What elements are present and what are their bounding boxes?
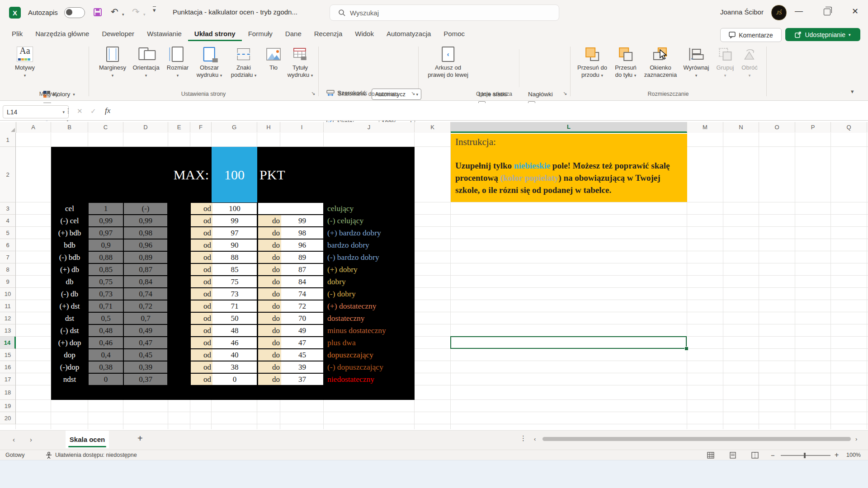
save-icon[interactable]	[93, 7, 103, 17]
hscroll-right-icon[interactable]: ›	[855, 436, 857, 442]
column-header-B[interactable]: B	[51, 122, 88, 132]
empty-input-cell[interactable]	[258, 203, 323, 214]
grade-frac-low[interactable]: 0,9	[89, 239, 123, 251]
max-points-cell[interactable]: 100	[212, 147, 257, 202]
grade-short-label[interactable]: (-) dst	[51, 325, 88, 336]
od-cell[interactable]: od	[191, 325, 214, 336]
column-header-G[interactable]: G	[212, 122, 257, 132]
redo-chevron-icon[interactable]: ▾	[143, 9, 146, 18]
points-from[interactable]: 97	[212, 227, 257, 239]
grade-frac-low[interactable]: 0,75	[89, 276, 123, 287]
grade-frac-high[interactable]: 0,84	[124, 276, 167, 287]
status-accessibility[interactable]: Ułatwienia dostępu: niedostępne	[55, 452, 137, 458]
enter-icon[interactable]: ✓	[90, 107, 96, 115]
page-setup-dialog-launcher[interactable]: ↘	[311, 90, 315, 96]
undo-chevron-icon[interactable]: ▾	[122, 9, 124, 18]
row-header-13[interactable]: 13	[0, 324, 16, 337]
row-header-7[interactable]: 7	[0, 251, 16, 263]
formula-input[interactable]	[118, 105, 864, 117]
points-to[interactable]: 72	[281, 300, 323, 312]
od-cell[interactable]: od	[191, 361, 214, 373]
sheet-grid[interactable]: 100MAX:PKTcel1(-)od100celujący(-) cel0,9…	[0, 133, 868, 430]
autosave-toggle[interactable]	[64, 7, 85, 18]
do-cell[interactable]: do	[258, 239, 283, 251]
grade-frac-high[interactable]: 0,74	[124, 288, 167, 300]
points-from[interactable]: 75	[212, 276, 257, 287]
grade-short-label[interactable]: dop	[51, 349, 88, 361]
od-cell[interactable]: od	[191, 227, 214, 239]
points-from[interactable]: 50	[212, 313, 257, 324]
orientation-button[interactable]: Orientacja▾	[132, 45, 159, 79]
background-button[interactable]: Tło▾	[266, 45, 281, 79]
points-to[interactable]: 99	[281, 215, 323, 226]
grade-short-label[interactable]: bdb	[51, 239, 88, 251]
grade-frac-low[interactable]: 0,85	[89, 264, 123, 275]
points-to[interactable]: 47	[281, 337, 323, 348]
od-cell[interactable]: od	[191, 215, 214, 226]
tab-plik[interactable]: Plik	[5, 26, 29, 41]
tab-widok[interactable]: Widok	[349, 26, 380, 41]
od-cell[interactable]: od	[191, 288, 214, 300]
zoom-in-icon[interactable]: +	[835, 451, 839, 459]
points-to[interactable]: 37	[281, 374, 323, 385]
points-to[interactable]: 39	[281, 361, 323, 373]
name-box-chevron-icon[interactable]: ▾	[62, 110, 65, 114]
column-header-N[interactable]: N	[723, 122, 759, 132]
grade-frac-high[interactable]: 0,96	[124, 239, 167, 251]
page-break-view-icon[interactable]	[751, 452, 759, 459]
print-titles-button[interactable]: Tytuływydruku ▾	[288, 45, 313, 79]
od-cell[interactable]: od	[191, 337, 214, 348]
align-button[interactable]: ← Wyrównaj▾	[684, 45, 709, 79]
grade-short-label[interactable]: (-) bdb	[51, 252, 88, 263]
grade-frac-high[interactable]: 0,89	[124, 252, 167, 263]
points-to[interactable]: 89	[281, 252, 323, 263]
do-cell[interactable]: do	[258, 337, 283, 348]
grade-short-label[interactable]: cel	[51, 203, 88, 214]
formula-bar-menu-icon[interactable]: ⋮	[65, 107, 72, 114]
tab-wstawianie[interactable]: Wstawianie	[141, 26, 188, 41]
points-from[interactable]: 100	[212, 203, 257, 214]
points-to[interactable]: 74	[281, 288, 323, 300]
row-header-3[interactable]: 3	[0, 202, 16, 215]
points-from[interactable]: 0	[212, 374, 257, 385]
points-from[interactable]: 73	[212, 288, 257, 300]
grade-frac-low[interactable]: 0,5	[89, 313, 123, 324]
do-cell[interactable]: do	[258, 325, 283, 336]
page-layout-view-icon[interactable]	[729, 452, 736, 459]
share-button[interactable]: Udostępnianie ▾	[785, 28, 860, 41]
grade-frac-low[interactable]: 0,73	[89, 288, 123, 300]
grade-frac-low[interactable]: 0,97	[89, 227, 123, 239]
do-cell[interactable]: do	[258, 276, 283, 287]
row-header-19[interactable]: 19	[0, 400, 16, 412]
restore-button[interactable]	[824, 9, 830, 15]
row-header-17[interactable]: 17	[0, 373, 16, 385]
close-button[interactable]: ✕	[852, 6, 859, 16]
collapse-ribbon-icon[interactable]: ▾	[851, 88, 854, 95]
grade-frac-high[interactable]: 0,47	[124, 337, 167, 348]
points-from[interactable]: 88	[212, 252, 257, 263]
points-from[interactable]: 90	[212, 239, 257, 251]
grade-frac-high[interactable]: 0,72	[124, 300, 167, 312]
row-header-15[interactable]: 15	[0, 349, 16, 361]
grade-frac-low[interactable]: 0,4	[89, 349, 123, 361]
tab-recenzja[interactable]: Recenzja	[308, 26, 349, 41]
grade-short-label[interactable]: ndst	[51, 374, 88, 385]
tab-narzędzia-główne[interactable]: Narzędzia główne	[29, 26, 95, 41]
points-from[interactable]: 46	[212, 337, 257, 348]
themes-button[interactable]: Aa Motywy▾	[15, 45, 35, 79]
grade-frac-low[interactable]: 0,99	[89, 215, 123, 226]
zoom-out-icon[interactable]: −	[771, 451, 775, 459]
zoom-slider-track[interactable]	[781, 455, 830, 456]
grade-short-label[interactable]: (-) cel	[51, 215, 88, 226]
bring-forward-button[interactable]: Przesuń doprzodu ▾	[577, 45, 607, 79]
row-header-4[interactable]: 4	[0, 215, 16, 227]
breaks-button[interactable]: Znakipodziału ▾	[231, 45, 257, 79]
grade-frac-low[interactable]: 0,48	[89, 325, 123, 336]
column-header-L[interactable]: L	[451, 122, 687, 133]
grade-short-label[interactable]: (+) bdb	[51, 227, 88, 239]
grade-frac-high[interactable]: 0,99	[124, 215, 167, 226]
column-header-C[interactable]: C	[88, 122, 123, 132]
tab-automatyzacja[interactable]: Automatyzacja	[380, 26, 437, 41]
grade-short-label[interactable]: (+) dop	[51, 337, 88, 348]
new-sheet-button[interactable]: +	[137, 433, 143, 444]
